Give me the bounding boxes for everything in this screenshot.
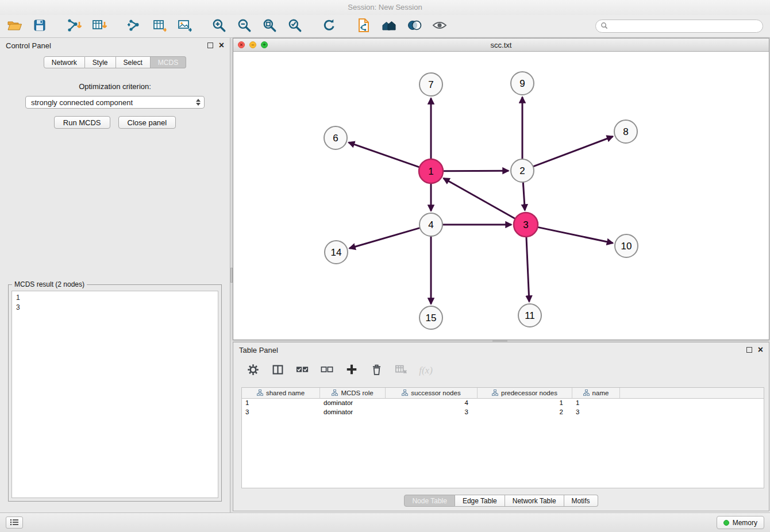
memory-button[interactable]: Memory xyxy=(717,516,764,529)
task-history-button[interactable] xyxy=(6,516,23,529)
tab-edge-table[interactable]: Edge Table xyxy=(455,495,505,507)
cell-successor-nodes: 4 xyxy=(386,399,478,408)
mcds-result-list[interactable]: 13 xyxy=(11,291,218,498)
close-panel-icon[interactable]: × xyxy=(758,347,763,353)
home-button[interactable] xyxy=(380,18,398,35)
tab-motifs[interactable]: Motifs xyxy=(564,495,598,507)
tab-network[interactable]: Network xyxy=(44,56,85,68)
tab-style[interactable]: Style xyxy=(85,56,116,68)
export-network-button[interactable] xyxy=(125,18,143,35)
graph-node-6[interactable]: 6 xyxy=(324,126,347,149)
save-session-button[interactable] xyxy=(31,18,48,35)
add-row-button[interactable] xyxy=(345,364,359,377)
mcds-result-title: MCDS result (2 nodes) xyxy=(12,280,87,288)
graph-edge-3-10[interactable] xyxy=(538,227,613,243)
show-hide-button[interactable] xyxy=(431,18,448,35)
table-header-row: shared nameMCDS rolesuccessor nodesprede… xyxy=(242,388,764,399)
import-table-button[interactable] xyxy=(91,18,108,35)
delete-table-icon xyxy=(395,364,407,377)
table-panel-header: Table Panel × xyxy=(233,342,769,357)
export-image-button[interactable] xyxy=(176,18,193,35)
graph-node-4[interactable]: 4 xyxy=(419,213,442,236)
search-input[interactable] xyxy=(611,22,758,30)
column-tree-icon xyxy=(492,390,498,397)
float-panel-icon[interactable] xyxy=(746,347,752,353)
run-mcds-button[interactable]: Run MCDS xyxy=(54,116,110,129)
open-session-button[interactable] xyxy=(6,18,23,35)
graph-node-8[interactable]: 8 xyxy=(614,120,637,143)
window-zoom-button[interactable]: + xyxy=(261,41,268,48)
graph-node-10[interactable]: 10 xyxy=(615,234,638,257)
toolbar-group-export xyxy=(125,18,193,35)
graph-node-3[interactable]: 3 xyxy=(514,213,538,237)
zoom-in-button[interactable] xyxy=(210,18,228,35)
table-body: 1dominator4113dominator323 xyxy=(242,399,764,417)
delete-table-button[interactable] xyxy=(394,364,408,377)
column-header-name[interactable]: name xyxy=(572,388,620,399)
memory-status-dot xyxy=(723,520,729,526)
column-tree-icon xyxy=(257,390,263,397)
close-panel-icon[interactable]: × xyxy=(219,43,224,48)
column-header-mcds-role[interactable]: MCDS role xyxy=(320,388,386,399)
zoom-selected-button[interactable] xyxy=(286,18,303,35)
tab-mcds[interactable]: MCDS xyxy=(151,56,186,68)
graph-node-9[interactable]: 9 xyxy=(511,72,534,95)
toolbar-group-import xyxy=(66,18,108,35)
graph-edge-1-6[interactable] xyxy=(349,142,420,167)
checked-boxes-icon xyxy=(296,364,309,377)
columns-icon xyxy=(272,364,284,378)
column-label: shared name xyxy=(266,390,305,396)
style-preview-button[interactable] xyxy=(406,18,423,35)
window-close-button[interactable]: × xyxy=(238,41,245,48)
optimization-criterion-dropdown[interactable]: strongly connected component xyxy=(25,96,205,109)
graph-edge-1-2[interactable] xyxy=(443,171,509,171)
open-in-browser-button[interactable] xyxy=(355,18,372,35)
table-row-1[interactable]: 1dominator411 xyxy=(242,399,764,408)
search-field[interactable] xyxy=(595,20,763,33)
deselect-all-button[interactable] xyxy=(320,364,334,377)
export-table-button[interactable] xyxy=(151,18,168,35)
close-panel-button[interactable]: Close panel xyxy=(118,116,176,129)
import-network-button[interactable] xyxy=(66,18,83,35)
graph-edge-3-11[interactable] xyxy=(526,237,529,302)
refresh-button[interactable] xyxy=(321,18,338,35)
status-bar: Memory xyxy=(0,512,770,532)
column-tree-icon xyxy=(402,390,408,397)
column-header-successor-nodes[interactable]: successor nodes xyxy=(386,388,478,399)
apply-function-button[interactable]: f(x) xyxy=(419,364,433,377)
graph-edge-2-8[interactable] xyxy=(533,136,613,166)
graph-edge-4-14[interactable] xyxy=(349,228,420,249)
graph-edge-2-3[interactable] xyxy=(523,182,525,210)
delete-row-button[interactable] xyxy=(369,364,383,377)
network-graph[interactable]: 7968124314101511 xyxy=(233,52,769,340)
graph-node-7[interactable]: 7 xyxy=(419,73,442,96)
cell-name: 3 xyxy=(572,408,620,417)
window-minimize-button[interactable]: − xyxy=(249,41,256,48)
graph-node-2[interactable]: 2 xyxy=(511,159,534,182)
tab-network-table[interactable]: Network Table xyxy=(505,495,564,507)
table-settings-button[interactable] xyxy=(246,364,260,377)
column-tree-icon xyxy=(332,390,338,397)
zoom-out-button[interactable] xyxy=(236,18,253,35)
tab-select[interactable]: Select xyxy=(116,56,151,68)
column-header-predecessor-nodes[interactable]: predecessor nodes xyxy=(478,388,572,399)
graph-edge-3-1[interactable] xyxy=(444,178,515,218)
result-line: 1 xyxy=(16,293,214,303)
svg-text:2: 2 xyxy=(519,165,525,176)
graph-node-15[interactable]: 15 xyxy=(419,306,442,329)
zoom-fit-button[interactable] xyxy=(261,18,278,35)
float-panel-icon[interactable] xyxy=(207,43,213,48)
graph-node-1[interactable]: 1 xyxy=(419,159,443,183)
tab-node-table[interactable]: Node Table xyxy=(404,495,455,507)
graph-node-14[interactable]: 14 xyxy=(325,241,348,264)
show-columns-button[interactable] xyxy=(271,364,284,377)
svg-text:14: 14 xyxy=(331,247,342,258)
optimization-criterion-label: Optimization criterion: xyxy=(0,82,230,91)
column-header-shared-name[interactable]: shared name xyxy=(242,388,320,399)
table-row-2[interactable]: 3dominator323 xyxy=(242,408,764,417)
select-all-button[interactable] xyxy=(295,364,309,377)
graph-node-11[interactable]: 11 xyxy=(518,304,541,327)
network-canvas[interactable]: 7968124314101511 xyxy=(233,52,769,340)
gear-icon xyxy=(247,364,259,378)
table-panel-tabs: Node TableEdge TableNetwork TableMotifs xyxy=(233,495,769,507)
